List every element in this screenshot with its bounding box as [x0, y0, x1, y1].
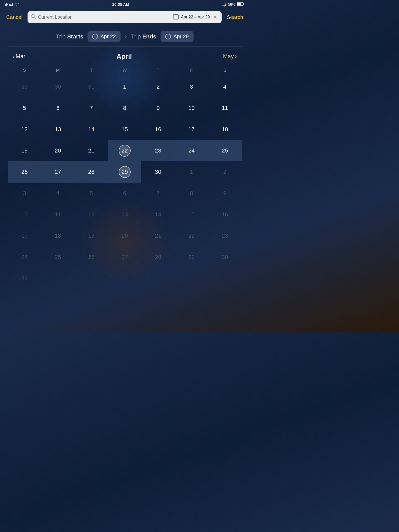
calendar-day[interactable]: 19	[8, 140, 41, 161]
calendar-day[interactable]: 23	[208, 225, 242, 247]
calendar-day[interactable]: 21	[75, 140, 108, 161]
moon-icon: 🌙	[222, 2, 227, 6]
calendar-day[interactable]: 2	[208, 161, 242, 183]
trip-selector: Trip Starts Apr 22 › Trip Ends Apr 29	[0, 26, 249, 46]
calendar-day[interactable]: 8	[108, 97, 142, 119]
trip-starts-button[interactable]: Apr 22	[88, 31, 121, 42]
calendar-day[interactable]: 12	[8, 119, 41, 140]
calendar-day[interactable]: 31	[75, 76, 108, 97]
calendar-day[interactable]: 6	[41, 97, 75, 119]
calendar-day[interactable]: 20	[108, 225, 142, 247]
battery-icon	[237, 2, 244, 6]
calendar-day[interactable]: 5	[75, 183, 108, 204]
status-time: 10:35 AM	[112, 2, 129, 6]
day-number: 18	[52, 230, 64, 242]
day-number: 2	[219, 166, 231, 178]
calendar-day[interactable]: 7	[141, 183, 175, 204]
calendar-day[interactable]: 30	[41, 76, 75, 97]
calendar-day[interactable]: 3	[175, 76, 208, 97]
calendar-day[interactable]: 24	[8, 247, 41, 268]
calendar-day[interactable]: 9	[208, 183, 242, 204]
calendar-day[interactable]: 30	[208, 247, 242, 268]
calendar-day[interactable]: 27	[41, 161, 75, 183]
calendar-day[interactable]: 29	[8, 76, 41, 97]
calendar-day[interactable]: 26	[8, 161, 41, 183]
calendar-day[interactable]: 30	[141, 161, 175, 183]
trip-ends-button[interactable]: Apr 29	[161, 31, 194, 42]
day-number: 4	[219, 81, 231, 93]
day-header-T: T	[141, 66, 175, 75]
calendar-day[interactable]: 1	[108, 76, 142, 97]
calendar-day[interactable]: 8	[175, 183, 208, 204]
calendar-day[interactable]: 28	[75, 161, 108, 183]
svg-rect-2	[237, 3, 241, 5]
calendar-day[interactable]: 2	[141, 76, 175, 97]
calendar-day[interactable]: 16	[208, 204, 242, 225]
calendar-day[interactable]: 21	[141, 225, 175, 247]
prev-month-button[interactable]: ‹ Mar	[10, 52, 28, 61]
calendar-day[interactable]: 27	[108, 247, 142, 268]
calendar-day[interactable]: 18	[41, 225, 75, 247]
battery-percent: 58%	[228, 2, 235, 6]
calendar-day[interactable]: 25	[208, 140, 242, 161]
day-number: 15	[119, 123, 131, 135]
day-number: 2	[152, 81, 164, 93]
day-number: 5	[85, 187, 97, 199]
day-number: 14	[85, 123, 97, 135]
calendar-day[interactable]: 17	[8, 225, 41, 247]
calendar-day[interactable]: 3	[8, 183, 41, 204]
calendar-day[interactable]: 18	[208, 119, 242, 140]
calendar-day[interactable]: 9	[141, 97, 175, 119]
calendar-day[interactable]: 24	[175, 140, 208, 161]
calendar-day[interactable]: 11	[41, 204, 75, 225]
calendar-day[interactable]: 5	[8, 97, 41, 119]
search-button[interactable]: Search	[225, 13, 245, 21]
calendar-day[interactable]: 13	[41, 119, 75, 140]
day-number: 20	[119, 230, 131, 242]
calendar-day[interactable]: 10	[175, 97, 208, 119]
calendar-day[interactable]: 20	[41, 140, 75, 161]
next-month-button[interactable]: May ›	[221, 52, 239, 61]
calendar-day[interactable]: 16	[141, 119, 175, 140]
calendar-grid: 2930311234567891011121314151617181920212…	[8, 76, 242, 289]
day-number: 14	[152, 209, 164, 221]
day-number: 30	[152, 166, 164, 178]
next-month-label: May	[223, 53, 234, 60]
wifi-icon	[15, 2, 19, 6]
calendar-day[interactable]: 14	[141, 204, 175, 225]
day-number: 16	[219, 209, 231, 221]
trip-starts-label: Trip Starts	[56, 33, 83, 40]
location-input[interactable]	[38, 15, 167, 20]
calendar-day[interactable]: 29	[108, 161, 142, 183]
calendar-day[interactable]: 15	[175, 204, 208, 225]
calendar-day[interactable]: 17	[175, 119, 208, 140]
calendar-day[interactable]: 22	[108, 140, 142, 161]
calendar-day[interactable]: 12	[75, 204, 108, 225]
day-number: 16	[152, 123, 164, 135]
calendar-day[interactable]: 11	[208, 97, 242, 119]
day-number: 4	[52, 187, 64, 199]
day-header-S: S	[208, 66, 242, 75]
calendar-day[interactable]: 26	[75, 247, 108, 268]
calendar-day[interactable]: 23	[141, 140, 175, 161]
calendar-day[interactable]: 7	[75, 97, 108, 119]
calendar-day[interactable]: 1	[175, 161, 208, 183]
calendar-day[interactable]: 14	[75, 119, 108, 140]
calendar-day[interactable]: 19	[75, 225, 108, 247]
calendar-day[interactable]: 10	[8, 204, 41, 225]
cancel-button[interactable]: Cancel	[4, 13, 24, 21]
calendar-day[interactable]: 28	[141, 247, 175, 268]
calendar-day[interactable]: 4	[41, 183, 75, 204]
calendar-day[interactable]: 22	[175, 225, 208, 247]
calendar-day[interactable]: 4	[208, 76, 242, 97]
calendar-day[interactable]: 6	[108, 183, 142, 204]
calendar-day[interactable]: 15	[108, 119, 142, 140]
day-number: 1	[119, 81, 131, 93]
calendar-day[interactable]: 31	[8, 268, 41, 289]
day-number: 11	[52, 209, 64, 221]
day-number: 25	[52, 251, 64, 263]
calendar-day[interactable]: 29	[175, 247, 208, 268]
clear-button[interactable]: ✕	[212, 14, 218, 21]
calendar-day[interactable]: 25	[41, 247, 75, 268]
calendar-day[interactable]: 13	[108, 204, 142, 225]
